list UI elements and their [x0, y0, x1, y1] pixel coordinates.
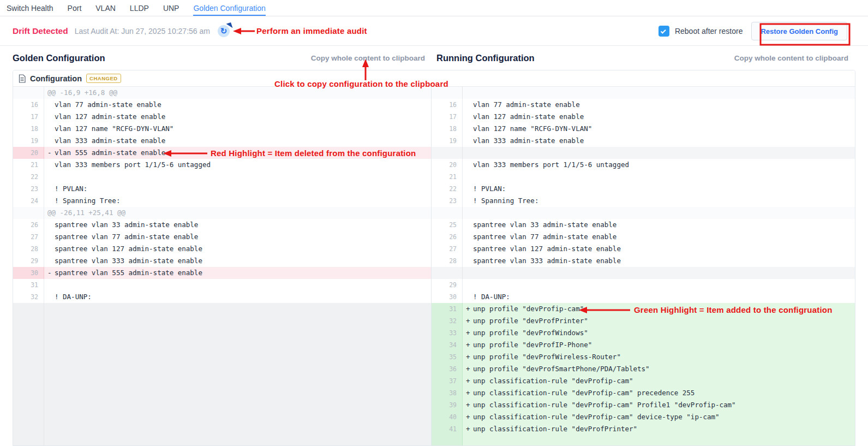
line-number: 18	[13, 123, 44, 135]
line-number: 17	[13, 111, 44, 123]
running-diff-row	[432, 207, 855, 219]
golden-config-title: Golden Configuration	[13, 53, 105, 63]
line-number: 30	[432, 291, 463, 303]
added-marker: +	[466, 303, 473, 315]
golden-diff-row	[13, 303, 431, 315]
line-number: 17	[432, 111, 463, 123]
golden-diff-row	[13, 375, 431, 387]
golden-diff-row	[13, 363, 431, 375]
code-line	[463, 279, 855, 291]
code-line: +unp classification-rule "devProfPrinter…	[463, 423, 855, 435]
code-line	[463, 171, 855, 183]
diff-body: @@ -16,9 +16,8 @@16vlan 77 admin-state e…	[13, 87, 855, 445]
tab-bar: Switch Health Port VLAN LLDP UNP Golden …	[0, 0, 868, 16]
code-text: unp profile "devProfWireless-Router"	[473, 353, 621, 361]
tab-lldp[interactable]: LLDP	[130, 0, 149, 16]
code-text: vlan 127 name "RCFG-DYN-VLAN"	[473, 124, 592, 133]
code-line: ! Spanning Tree:	[44, 195, 431, 207]
line-number	[13, 87, 44, 99]
tab-golden-configuration[interactable]: Golden Configuration	[193, 0, 265, 16]
removed-marker: -	[47, 267, 55, 279]
line-number: 32	[432, 315, 463, 327]
code-line	[463, 147, 855, 159]
copy-golden-config-link[interactable]: Copy whole content to clipboard	[311, 54, 425, 62]
copy-running-config-link[interactable]: Copy whole content to clipboard	[734, 54, 848, 62]
line-number	[13, 411, 44, 423]
code-line	[44, 327, 431, 339]
code-text: vlan 127 admin-state enable	[473, 112, 584, 121]
code-text: ! Spanning Tree:	[55, 197, 120, 205]
code-line: spantree vlan 333 admin-state enable	[463, 255, 855, 267]
code-text: unp profile "devProfIP-Phone"	[473, 341, 592, 349]
code-line: +unp profile "devProfIP-Phone"	[463, 339, 855, 351]
code-line	[44, 411, 431, 423]
golden-diff-row-21: 21vlan 333 members port 1/1/5-6 untagged	[13, 159, 431, 171]
tab-vlan[interactable]: VLAN	[95, 0, 116, 16]
restore-golden-config-button[interactable]: Restore Golden Config	[751, 22, 847, 40]
line-number: 28	[432, 255, 463, 267]
code-line: +unp classification-rule "devProfip-cam"…	[463, 399, 855, 411]
line-number	[13, 423, 44, 435]
checkmark-icon	[661, 28, 666, 33]
code-line: +unp profile "devProfWireless-Router"	[463, 351, 855, 363]
code-line	[44, 387, 431, 399]
drift-status-bar: Drift Detected Last Audit At: Jun 27, 20…	[0, 17, 868, 46]
changed-badge: CHANGED	[86, 74, 121, 83]
document-icon	[19, 74, 26, 83]
line-number: 18	[432, 123, 463, 135]
line-number: 38	[432, 387, 463, 399]
code-line	[44, 399, 431, 411]
code-line: +unp classification-rule "devProfip-cam"	[463, 375, 855, 387]
line-number: 29	[432, 279, 463, 291]
running-config-pane: 16vlan 77 admin-state enable17vlan 127 a…	[431, 87, 855, 445]
running-diff-row-18: 18vlan 127 name "RCFG-DYN-VLAN"	[432, 123, 855, 135]
golden-diff-row	[13, 339, 431, 351]
line-number	[13, 363, 44, 375]
running-diff-row-19: 19vlan 333 admin-state enable	[432, 135, 855, 147]
golden-config-page: Switch Health Port VLAN LLDP UNP Golden …	[0, 0, 868, 446]
code-line: vlan 333 members port 1/1/5-6 untagged	[463, 159, 855, 171]
code-line	[44, 423, 431, 435]
added-marker: +	[466, 387, 473, 399]
running-diff-row-30: 30! DA-UNP:	[432, 291, 855, 303]
line-number: 20	[13, 147, 44, 159]
running-diff-row-22: 22! PVLAN:	[432, 183, 855, 195]
annotation-green-highlight: Green Highlight = Item added to the conf…	[634, 305, 833, 314]
code-line: ! DA-UNP:	[463, 291, 855, 303]
tab-switch-health[interactable]: Switch Health	[7, 0, 53, 16]
added-marker: +	[466, 351, 473, 363]
code-line: ! PVLAN:	[463, 183, 855, 195]
line-number: 35	[432, 351, 463, 363]
line-number	[432, 147, 463, 159]
code-line	[463, 267, 855, 279]
line-number	[13, 327, 44, 339]
running-diff-row-28: 28spantree vlan 333 admin-state enable	[432, 255, 855, 267]
code-text: unp classification-rule "devProfip-cam"	[473, 377, 633, 385]
tab-port[interactable]: Port	[68, 0, 82, 16]
golden-diff-row-23: 23! PVLAN:	[13, 183, 431, 195]
line-number	[432, 207, 463, 219]
golden-diff-row-19: 19vlan 333 admin-state enable	[13, 135, 431, 147]
reboot-after-restore-checkbox[interactable]	[659, 26, 669, 37]
golden-diff-row	[13, 351, 431, 363]
pane-headers: Golden Configuration Copy whole content …	[0, 46, 868, 70]
reboot-after-restore-label: Reboot after restore	[675, 27, 743, 35]
code-text: spantree vlan 555 admin-state enable	[55, 269, 202, 277]
line-number	[13, 387, 44, 399]
added-marker: +	[466, 339, 473, 351]
code-line	[463, 207, 855, 219]
tab-unp[interactable]: UNP	[163, 0, 179, 16]
line-number: 27	[432, 243, 463, 255]
audit-refresh-icon[interactable]: ↻	[218, 25, 230, 37]
diff-file-label: Configuration	[30, 74, 82, 83]
code-line	[44, 279, 431, 291]
code-line: vlan 333 members port 1/1/5-6 untagged	[44, 159, 431, 171]
line-number: 37	[432, 375, 463, 387]
code-text: ! PVLAN:	[55, 185, 87, 193]
code-text: ! Spanning Tree:	[473, 197, 538, 205]
line-number: 21	[13, 159, 44, 171]
running-diff-row-36: 36+unp profile "devProfSmartPhone/PDA/Ta…	[432, 363, 855, 375]
golden-config-header: Golden Configuration Copy whole content …	[13, 46, 425, 70]
line-number: 21	[432, 171, 463, 183]
line-number: 22	[13, 171, 44, 183]
